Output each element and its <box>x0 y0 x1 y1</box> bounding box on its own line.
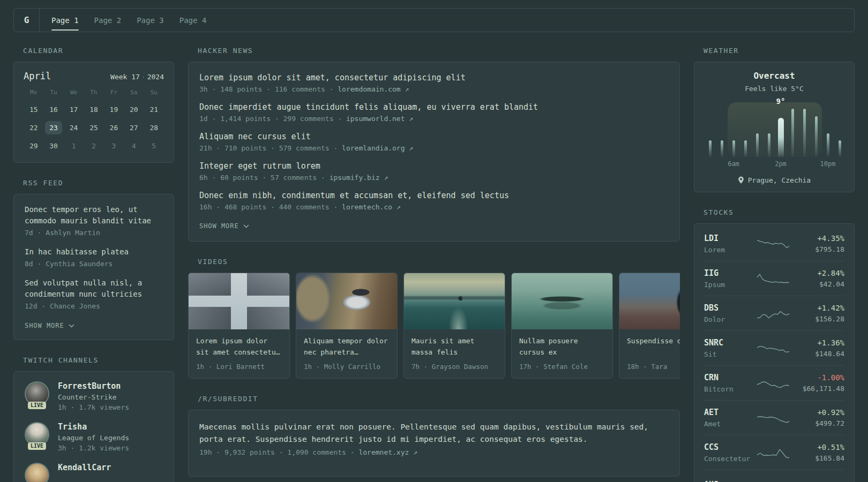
sparkline-chart <box>756 375 790 390</box>
stock-sparkline <box>755 375 791 390</box>
hn-story: Donec enim nibh, condimentum et accumsan… <box>199 191 669 211</box>
twitch-channel-row[interactable]: KendallCarr <box>25 463 163 482</box>
stock-row[interactable]: CCSConsectetur+0.51%$165.84 <box>704 435 844 470</box>
weather-location: Prague, Czechia <box>748 176 811 184</box>
video-card[interactable]: Mauris sit amet massa felis7h · Grayson … <box>403 273 505 379</box>
rss-item-title[interactable]: In hac habitasse platea <box>25 246 163 258</box>
calendar-year: 2024 <box>147 73 164 81</box>
video-meta: 1h · Lori Barnett <box>196 363 282 371</box>
calendar-widget: CALENDAR April Week 17·2024 MoTuWeThFrSa… <box>13 47 174 163</box>
stock-change-percent: +0.51% <box>791 443 844 451</box>
videos-widget: VIDEOS Lorem ipsum dolor sit amet consec… <box>188 258 680 379</box>
hackernews-card: Lorem ipsum dolor sit amet, consectetur … <box>188 62 680 242</box>
calendar-day: 26 <box>105 121 122 134</box>
logo[interactable]: G <box>14 9 40 32</box>
hn-story-title[interactable]: Lorem ipsum dolor sit amet, consectetur … <box>199 73 669 82</box>
calendar-day: 18 <box>85 103 102 116</box>
stock-values: +0.92%$499.72 <box>791 408 844 427</box>
tab-page-3[interactable]: Page 3 <box>137 9 164 32</box>
subreddit-widget: /R/SUBREDDIT Maecenas mollis pulvinar er… <box>188 395 680 477</box>
video-meta: 7h · Grayson Dawson <box>411 363 497 371</box>
rss-item-title[interactable]: Donec tempor eros leo, ut commodo mauris… <box>25 204 163 227</box>
show-more-button[interactable]: SHOW MORE <box>25 322 74 329</box>
hn-story-meta: 1d · 1,414 points · 299 comments · ipsum… <box>199 115 669 123</box>
video-meta: 18h · Tara <box>627 363 680 371</box>
twitch-channel-meta: 1h · 1.7k viewers <box>58 403 129 411</box>
stock-identity: DBSDolor <box>704 303 755 323</box>
stock-row[interactable]: AHS+0.46% <box>704 470 844 482</box>
sparkline-chart <box>756 410 790 425</box>
stock-row[interactable]: LDILorem+4.35%$795.18 <box>704 227 844 261</box>
tab-page-1[interactable]: Page 1 <box>51 9 79 32</box>
hn-story: Integer eget rutrum lorem6h · 60 points … <box>199 161 669 182</box>
calendar-day: 21 <box>145 103 162 116</box>
calendar-week-indicator: Week 17·2024 <box>110 73 164 81</box>
video-card[interactable]: Suspendisse diam18h · Tara <box>619 273 680 379</box>
tab-page-2[interactable]: Page 2 <box>94 9 122 32</box>
stock-change-percent: +2.84% <box>791 269 844 277</box>
stock-change-percent: +0.92% <box>791 408 844 417</box>
video-card-body: Suspendisse diam18h · Tara <box>619 329 680 378</box>
weather-bar <box>709 140 712 157</box>
story-domain-link[interactable]: loremdomain.com <box>338 85 400 93</box>
twitch-channel-name: ForrestBurton <box>58 381 129 391</box>
subreddit-post-title[interactable]: Maecenas mollis pulvinar erat non posuer… <box>199 421 669 446</box>
calendar-day: 30 <box>45 139 62 153</box>
hn-story-meta: 6h · 60 points · 57 comments · ipsumify.… <box>199 174 669 182</box>
twitch-channel-name: KendallCarr <box>58 463 111 472</box>
story-domain-link[interactable]: loremtech.co <box>342 203 392 211</box>
stock-row[interactable]: AETAmet+0.92%$499.72 <box>704 400 844 435</box>
twitch-channel-row[interactable]: LIVEForrestBurtonCounter-Strike1h · 1.7k… <box>25 381 163 411</box>
stock-row[interactable]: DBSDolor+1.42%$156.28 <box>704 296 844 330</box>
story-domain-link[interactable]: loremnet.xyz <box>358 448 409 456</box>
stock-name: Amet <box>704 420 755 428</box>
stock-row[interactable]: IIGIpsum+2.84%$42.04 <box>704 261 844 296</box>
stock-symbol: CCS <box>704 442 755 452</box>
weather-bar <box>803 109 806 157</box>
dashboard-columns: CALENDAR April Week 17·2024 MoTuWeThFrSa… <box>13 47 855 482</box>
subreddit-post-meta: 19h · 9,932 points · 1,090 comments · lo… <box>199 448 669 456</box>
time-label: 10pm <box>820 160 836 168</box>
stock-row[interactable]: SNRCSit+1.36%$148.64 <box>704 330 844 365</box>
calendar-day: 15 <box>25 103 42 116</box>
video-card[interactable]: Nullam posuere cursus ex17h · Stefan Col… <box>511 273 613 379</box>
video-card[interactable]: Lorem ipsum dolor sit amet consectetu…1h… <box>188 273 290 379</box>
story-domain-link[interactable]: ipsumify.biz <box>330 174 380 182</box>
twitch-channel-info: TrishaLeague of Legends3h · 1.2k viewers <box>58 422 129 452</box>
middle-column: HACKER NEWS Lorem ipsum dolor sit amet, … <box>188 47 680 477</box>
tab-page-4[interactable]: Page 4 <box>179 9 207 32</box>
video-thumbnail <box>404 273 505 329</box>
section-title-subreddit: /R/SUBREDDIT <box>188 395 680 403</box>
hn-story-title[interactable]: Donec imperdiet augue tincidunt felis al… <box>199 102 669 112</box>
hn-story-title[interactable]: Donec enim nibh, condimentum et accumsan… <box>199 191 669 200</box>
stock-values: +4.35%$795.18 <box>791 234 844 253</box>
story-domain-link[interactable]: ipsumworld.net <box>346 115 405 123</box>
stock-values: +0.51%$165.84 <box>791 443 844 462</box>
video-thumbnail <box>189 273 289 329</box>
show-more-button[interactable]: SHOW MORE <box>199 222 249 230</box>
video-card-body: Lorem ipsum dolor sit amet consectetu…1h… <box>189 329 289 378</box>
weather-hourly-chart: 9° 6am2pm10pm <box>704 109 845 169</box>
section-title-videos: VIDEOS <box>188 258 680 266</box>
sparkline-chart <box>756 445 790 460</box>
map-pin-icon <box>738 176 744 184</box>
video-card[interactable]: Aliquam tempor dolor nec pharetra…1h · M… <box>296 273 398 379</box>
story-domain-link[interactable]: loremlandia.org <box>342 144 405 152</box>
twitch-channel-row[interactable]: LIVETrishaLeague of Legends3h · 1.2k vie… <box>25 422 163 452</box>
stock-sparkline <box>755 306 791 321</box>
stock-row[interactable]: CRNBitcorn-1.00%$66,171.48 <box>704 365 844 400</box>
calendar-month: April <box>24 71 51 81</box>
calendar-day-grid: 1516171819202122232425262728293012345 <box>24 103 164 153</box>
twitch-channel-game: Counter-Strike <box>58 393 129 401</box>
calendar-day: 24 <box>65 121 83 134</box>
weather-bar-slot <box>810 109 822 157</box>
twitch-channel-info: KendallCarr <box>58 463 111 482</box>
rss-item-title[interactable]: Sed volutpat nulla nisl, a condimentum n… <box>25 277 163 300</box>
weather-bars: 9° <box>704 109 845 157</box>
weather-bar-slot <box>716 109 728 157</box>
hn-story-title[interactable]: Aliquam nec cursus elit <box>199 132 669 141</box>
video-thumbnail <box>619 273 680 329</box>
hn-story-title[interactable]: Integer eget rutrum lorem <box>199 161 669 171</box>
weather-bar-slot <box>775 109 787 157</box>
weather-bar <box>768 133 770 157</box>
